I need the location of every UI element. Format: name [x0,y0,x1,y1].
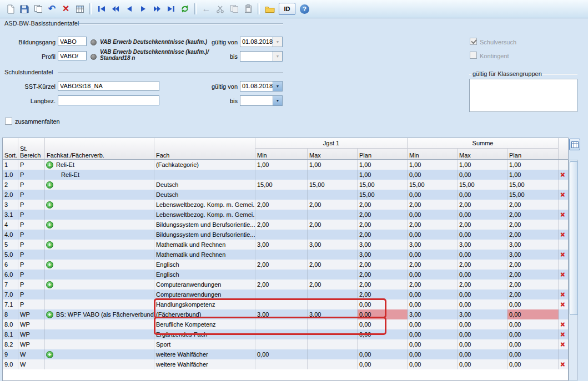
cell-expand [45,319,54,329]
delete-row-icon[interactable]: × [560,250,565,259]
table-row[interactable]: 3.1PLebensweltbezog. Komp. m. Gemei...2,… [3,210,568,220]
expand-icon[interactable]: + [46,181,53,189]
header-jgst-min[interactable]: Min [255,149,308,159]
sst-kuerzel-input[interactable] [58,81,159,91]
cell-del [559,309,569,319]
back-button[interactable]: ← [200,3,213,16]
table-row[interactable]: 1.0PReli-Et1,000,000,001,00× [3,170,568,180]
langbez-input[interactable] [58,95,159,105]
nav-first-button[interactable] [95,3,108,16]
table-row[interactable]: 8.2WPSport0,000,000,00× [3,339,568,349]
table-row[interactable]: 8WP+BS: WPF VABO (als Fächerverbund)(Fäc… [3,309,568,319]
expand-icon[interactable]: + [46,281,53,288]
header-fach[interactable]: Fach [154,138,255,159]
cell-expand [45,210,54,220]
cell-del [559,240,569,250]
table-row[interactable]: 3P+Lebensweltbezog. Komp. m. Gemei...2,0… [3,200,568,210]
delete-record-button[interactable]: × [59,3,72,16]
nav-prev-fast-button[interactable] [109,3,122,16]
save-button[interactable] [18,3,31,16]
table-row[interactable]: 2P+Deutsch15,0015,0015,0015,0015,0015,00 [3,180,568,190]
table-row[interactable]: 8.0WPBerufliche Kompetenz0,000,000,000,0… [3,319,568,329]
table-row[interactable]: 7.1PHandlungskompetenz0,000,000,000,00× [3,299,568,309]
chevron-down-icon[interactable]: ▼ [273,96,282,105]
cell-smin: 0,00 [408,349,458,359]
expand-icon[interactable]: + [46,351,53,358]
folder-button[interactable] [263,3,276,16]
table-row[interactable]: 5P+Mathematik und Rechnen3,003,003,003,0… [3,240,568,250]
cell-jplan: 2,00 [358,280,408,289]
cut-button[interactable] [214,3,227,16]
chevron-down-icon[interactable]: ▼ [273,82,282,91]
cell-fach: Bildungssystem und Berufsorientie... [154,230,255,240]
klassengruppen-listbox[interactable] [469,79,577,112]
cell-fach: (Fachkategorie) [154,160,255,170]
header-summe-min[interactable]: Min [408,149,458,159]
header-summe-max[interactable]: Max [458,149,507,159]
cell-del: × [559,190,569,200]
paste-button[interactable] [242,3,254,16]
table-row[interactable]: 6P+Englisch2,002,002,002,002,002,00 [3,260,568,270]
expand-icon[interactable]: + [46,241,53,248]
table-row[interactable]: 1P+Reli-Et(Fachkategorie)1,001,001,001,0… [3,160,568,170]
table-row[interactable]: 5.0PMathematik und Rechnen3,000,000,003,… [3,250,568,260]
expand-icon[interactable]: + [46,261,53,268]
profil-input[interactable] [58,51,87,60]
table-row[interactable]: 9W+weitere Wahlfächer0,000,000,000,000,0… [3,349,568,359]
expand-icon[interactable]: + [46,201,53,209]
cell-fachkat [54,210,154,220]
undo-button[interactable]: ↶ [46,3,58,16]
table-row[interactable]: 9.0Wweitere Wahlfächer0,000,000,000,00× [3,359,568,369]
scrollbar-thumb[interactable] [570,161,578,315]
refresh-button[interactable] [178,3,191,16]
header-fachkat[interactable]: Fachkat./Fächerverb. [45,138,154,159]
copy-clipboard-button[interactable] [228,3,240,16]
header-st-bereich[interactable]: St.Bereich [18,138,45,159]
table-row[interactable]: 2.0PDeutsch15,000,000,0015,00× [3,190,568,200]
table-row[interactable]: 7.0PComputeranwendungen2,000,000,002,00× [3,289,568,299]
delete-row-icon[interactable]: × [560,360,565,369]
delete-row-icon[interactable]: × [560,210,565,219]
delete-row-icon[interactable]: × [560,340,565,349]
id-button[interactable]: ID [279,3,295,15]
cell-jmax: 2,00 [308,260,358,270]
table-row[interactable]: 4.0PBildungssystem und Berufsorientie...… [3,230,568,240]
nav-last-button[interactable] [164,3,177,16]
help-button[interactable]: ? [298,3,311,16]
header-summe-plan[interactable]: Plan [507,149,559,159]
sst-gueltig-von-dropdown[interactable]: 01.08.2018 ▼ [240,81,283,92]
datasheet-button[interactable] [73,3,86,16]
delete-row-icon[interactable]: × [560,230,565,239]
copy-icon [34,4,43,13]
header-jgst-max[interactable]: Max [308,149,358,159]
table-row[interactable]: 4P+Bildungssystem und Berufsorientie...2… [3,220,568,230]
cell-jmin: 3,00 [255,309,308,319]
table-row[interactable]: 8.1WPErgänzendes Fach0,000,000,000,00× [3,329,568,339]
sst-bis-dropdown[interactable]: ▼ [240,95,283,106]
header-jgst-plan[interactable]: Plan [358,149,408,159]
delete-row-icon[interactable]: × [560,330,565,339]
new-record-button[interactable] [4,3,17,16]
table-row[interactable]: 7P+Computeranwendungen2,002,002,002,002,… [3,280,568,289]
expand-icon[interactable]: + [46,221,53,228]
delete-row-icon[interactable]: × [560,190,565,199]
table-row[interactable]: 6.0PEnglisch2,000,000,002,00× [3,270,568,280]
delete-row-icon[interactable]: × [560,300,565,309]
cell-smax: 0,00 [458,190,507,200]
delete-row-icon[interactable]: × [560,320,565,329]
nav-next-fast-button[interactable] [150,3,163,16]
expand-icon[interactable]: + [46,311,53,318]
expand-icon[interactable]: + [46,161,53,169]
delete-row-icon[interactable]: × [560,170,565,179]
cell-smax: 0,00 [458,339,507,349]
nav-next-button[interactable] [137,3,149,16]
header-sort[interactable]: Sort. [3,138,18,159]
nav-prev-button[interactable] [123,3,135,16]
zusammenfalten-checkbox[interactable] [5,118,12,125]
delete-row-icon[interactable]: × [560,290,565,299]
column-config-button[interactable] [569,139,580,150]
copy-record-button[interactable] [32,3,44,16]
bildungsgang-input[interactable] [58,37,87,46]
delete-row-icon[interactable]: × [560,270,565,279]
vertical-scrollbar[interactable] [569,160,578,380]
